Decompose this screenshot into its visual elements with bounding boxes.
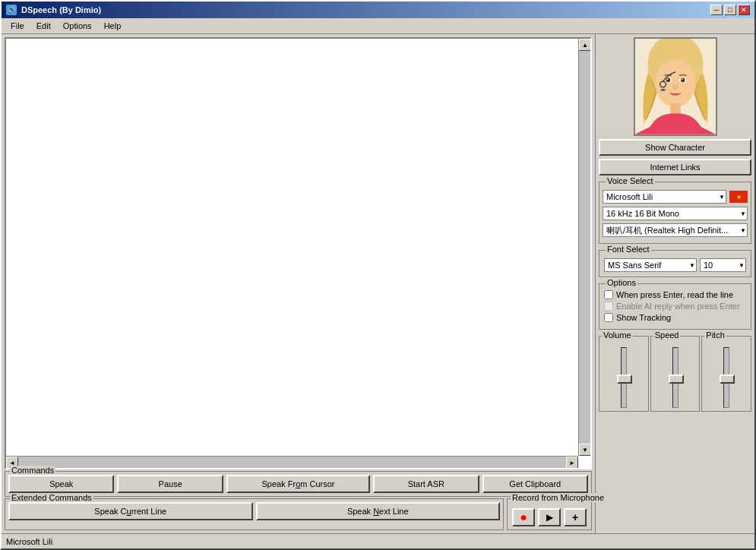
window-title: DSpeech (By Dimio) — [21, 5, 101, 14]
character-image — [634, 37, 717, 136]
character-svg — [635, 39, 716, 134]
scroll-track-h[interactable] — [18, 457, 566, 469]
speak-next-line-button[interactable]: Speak Next Line — [256, 502, 501, 520]
statusbar: Microsoft Lili — [2, 533, 754, 548]
voice-select-row: Microsoft Lili Microsoft Anna Microsoft … — [603, 190, 748, 204]
volume-group: Volume — [599, 336, 649, 412]
pitch-thumb[interactable] — [720, 375, 735, 384]
character-container — [599, 37, 751, 136]
title-buttons: ─ □ ✕ — [710, 5, 750, 15]
play-button[interactable]: ▶ — [538, 508, 561, 526]
svg-point-8 — [681, 78, 682, 80]
bottom-controls: Extended Commands Speak Current Line Spe… — [5, 498, 592, 530]
font-size-select[interactable]: 10 8 12 14 — [700, 258, 746, 272]
get-clipboard-button[interactable]: Get Clipboard — [482, 475, 588, 493]
speak-button[interactable]: Speak — [8, 475, 114, 493]
menubar: File Edit Options Help — [2, 18, 754, 34]
scroll-up-arrow[interactable]: ▲ — [579, 39, 591, 51]
maximize-button[interactable]: □ — [724, 5, 736, 15]
record-button[interactable]: ● — [512, 508, 535, 526]
pause-button[interactable]: Pause — [117, 475, 223, 493]
voice-select-legend: Voice Select — [606, 176, 655, 185]
volume-thumb[interactable] — [617, 375, 632, 384]
speed-slider[interactable] — [672, 347, 679, 408]
record-legend: Record from Microphone — [511, 493, 606, 502]
menu-edit[interactable]: Edit — [30, 20, 57, 32]
enter-read-row: When press Enter, read the line — [604, 290, 746, 299]
font-name-select[interactable]: MS Sans Serif Arial Courier New — [604, 258, 697, 272]
voice-select-group: Voice Select Microsoft Lili Microsoft An… — [599, 182, 751, 244]
quality-select-wrapper: 16 kHz 16 Bit Mono 8 kHz 8 Bit Mono — [603, 207, 748, 220]
font-row: MS Sans Serif Arial Courier New 10 8 12 … — [604, 258, 746, 272]
output-select[interactable]: 喇叭/耳机 (Realtek High Definit... — [603, 223, 748, 237]
quality-select-row: 16 kHz 16 Bit Mono 8 kHz 8 Bit Mono — [603, 207, 748, 220]
output-select-wrapper: 喇叭/耳机 (Realtek High Definit... — [603, 223, 748, 237]
china-flag: ★ — [729, 191, 748, 203]
speak-from-cursor-button[interactable]: Speak From Cursor — [226, 475, 370, 493]
commands-legend: Commands — [10, 466, 55, 475]
start-asr-button[interactable]: Start ASR — [373, 475, 479, 493]
volume-legend: Volume — [602, 330, 633, 340]
speed-thumb[interactable] — [669, 375, 684, 384]
title-bar: 🔊 DSpeech (By Dimio) ─ □ ✕ — [2, 2, 754, 18]
menu-options[interactable]: Options — [57, 20, 98, 32]
voice-select-wrapper: Microsoft Lili Microsoft Anna Microsoft … — [603, 190, 726, 204]
svg-point-6 — [680, 77, 685, 82]
sliders-section: Volume Speed Pitch — [599, 336, 751, 412]
internet-links-button[interactable]: Internet Links — [599, 159, 751, 175]
pitch-legend: Pitch — [704, 330, 726, 340]
status-text: Microsoft Lili — [6, 537, 52, 546]
commands-row: Speak Pause Speak From Cursor Start ASR … — [8, 475, 588, 493]
menu-help[interactable]: Help — [98, 20, 128, 32]
main-text-input[interactable] — [6, 39, 590, 468]
show-character-button[interactable]: Show Character — [599, 139, 751, 156]
pitch-group: Pitch — [701, 336, 751, 412]
scrollbar-vertical[interactable]: ▲ ▼ — [578, 39, 590, 456]
show-tracking-checkbox[interactable] — [604, 313, 613, 322]
extended-row: Speak Current Line Speak Next Line — [8, 502, 500, 520]
extended-section: Extended Commands Speak Current Line Spe… — [5, 498, 504, 530]
ai-reply-checkbox[interactable] — [604, 302, 613, 311]
speak-current-line-button[interactable]: Speak Current Line — [8, 502, 253, 520]
ai-reply-row: Enable AI reply when press Enter — [604, 302, 746, 311]
pitch-slider[interactable] — [723, 347, 729, 408]
quality-select[interactable]: 16 kHz 16 Bit Mono 8 kHz 8 Bit Mono — [603, 207, 748, 220]
add-icon: + — [572, 511, 578, 523]
ai-reply-label: Enable AI reply when press Enter — [616, 302, 740, 311]
scroll-right-arrow[interactable]: ► — [566, 457, 578, 469]
voice-select[interactable]: Microsoft Lili Microsoft Anna Microsoft … — [603, 190, 726, 204]
enter-read-label: When press Enter, read the line — [616, 290, 733, 299]
add-button[interactable]: + — [564, 508, 587, 526]
play-icon: ▶ — [546, 512, 553, 523]
svg-rect-11 — [660, 89, 665, 91]
scroll-track-v[interactable] — [579, 51, 591, 444]
right-panel: Show Character Internet Links Voice Sele… — [595, 34, 754, 533]
speed-group: Speed — [650, 336, 701, 412]
svg-point-7 — [666, 78, 668, 80]
font-select-legend: Font Select — [606, 245, 651, 254]
text-area-container: ▲ ▼ ◄ ► — [5, 37, 592, 469]
record-buttons: ● ▶ + — [512, 508, 587, 526]
enter-read-checkbox[interactable] — [604, 290, 613, 299]
options-legend: Options — [606, 278, 637, 287]
volume-slider[interactable] — [621, 347, 627, 408]
close-button[interactable]: ✕ — [738, 5, 750, 15]
show-tracking-row: Show Tracking — [604, 313, 746, 322]
scrollbar-horizontal[interactable]: ◄ ► — [6, 456, 578, 468]
svg-point-5 — [666, 77, 670, 82]
record-section: Record from Microphone ● ▶ + — [507, 498, 592, 530]
font-select-group: Font Select MS Sans Serif Arial Courier … — [599, 250, 751, 277]
app-icon: 🔊 — [6, 5, 17, 15]
title-bar-left: 🔊 DSpeech (By Dimio) — [6, 5, 101, 15]
main-window: 🔊 DSpeech (By Dimio) ─ □ ✕ File Edit Opt… — [0, 0, 756, 550]
scroll-down-arrow[interactable]: ▼ — [579, 444, 591, 456]
extended-legend: Extended Commands — [10, 493, 93, 502]
output-select-row: 喇叭/耳机 (Realtek High Definit... — [603, 223, 748, 237]
main-content: ▲ ▼ ◄ ► Commands Speak Pause Speak From … — [2, 34, 754, 533]
left-panel: ▲ ▼ ◄ ► Commands Speak Pause Speak From … — [2, 34, 595, 533]
menu-file[interactable]: File — [5, 20, 30, 32]
record-dot-icon: ● — [520, 510, 527, 524]
options-group: Options When press Enter, read the line … — [599, 283, 751, 330]
show-tracking-label: Show Tracking — [616, 313, 671, 322]
minimize-button[interactable]: ─ — [710, 5, 723, 15]
